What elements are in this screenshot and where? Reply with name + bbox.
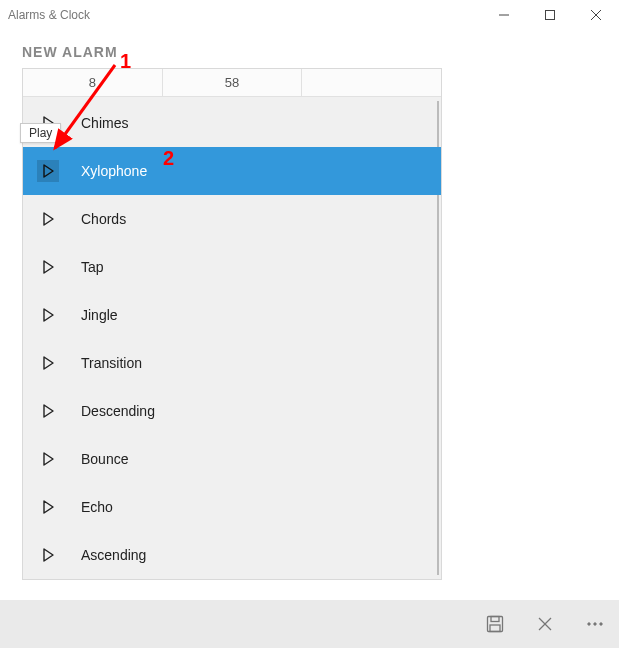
play-icon xyxy=(41,164,55,178)
minute-cell[interactable]: 58 xyxy=(163,69,303,96)
bottom-bar xyxy=(0,600,619,648)
close-icon xyxy=(591,10,601,20)
window-controls xyxy=(481,0,619,30)
sound-item[interactable]: Chimes xyxy=(23,99,441,147)
hour-value: 8 xyxy=(89,75,96,90)
maximize-button[interactable] xyxy=(527,0,573,30)
ampm-cell[interactable] xyxy=(302,69,441,96)
sound-list: ChimesXylophoneChordsTapJingleTransition… xyxy=(23,97,441,579)
sound-label: Ascending xyxy=(81,547,146,563)
more-button[interactable] xyxy=(581,610,609,638)
minute-value: 58 xyxy=(225,75,239,90)
sound-item[interactable]: Tap xyxy=(23,243,441,291)
play-button[interactable] xyxy=(37,400,59,422)
sound-item[interactable]: Transition xyxy=(23,339,441,387)
page-title: NEW ALARM xyxy=(22,44,619,60)
minimize-button[interactable] xyxy=(481,0,527,30)
play-icon xyxy=(41,308,55,322)
sound-item[interactable]: Ascending xyxy=(23,531,441,579)
play-button[interactable] xyxy=(37,496,59,518)
play-button[interactable] xyxy=(37,208,59,230)
maximize-icon xyxy=(545,10,555,20)
sound-label: Jingle xyxy=(81,307,118,323)
sound-label: Transition xyxy=(81,355,142,371)
time-picker-row: 8 58 xyxy=(23,69,441,97)
play-icon xyxy=(41,404,55,418)
svg-rect-1 xyxy=(546,11,555,20)
app-title: Alarms & Clock xyxy=(8,8,90,22)
minimize-icon xyxy=(499,10,509,20)
play-button[interactable] xyxy=(37,256,59,278)
alarm-panel: 8 58 ChimesXylophoneChordsTapJingleTrans… xyxy=(22,68,442,580)
titlebar: Alarms & Clock xyxy=(0,0,619,30)
sound-label: Descending xyxy=(81,403,155,419)
play-button[interactable] xyxy=(37,160,59,182)
play-tooltip: Play xyxy=(20,123,61,143)
close-window-button[interactable] xyxy=(573,0,619,30)
ellipsis-icon xyxy=(586,621,604,627)
sound-item[interactable]: Chords xyxy=(23,195,441,243)
play-icon xyxy=(41,548,55,562)
play-icon xyxy=(41,452,55,466)
svg-rect-7 xyxy=(490,625,500,632)
save-icon xyxy=(486,615,504,633)
sound-label: Bounce xyxy=(81,451,128,467)
play-icon xyxy=(41,356,55,370)
sound-label: Echo xyxy=(81,499,113,515)
page-header: NEW ALARM xyxy=(0,30,619,68)
play-icon xyxy=(41,260,55,274)
play-button[interactable] xyxy=(37,352,59,374)
sound-item[interactable]: Jingle xyxy=(23,291,441,339)
sound-label: Xylophone xyxy=(81,163,147,179)
svg-point-11 xyxy=(594,623,596,625)
play-button[interactable] xyxy=(37,448,59,470)
svg-rect-6 xyxy=(491,617,499,622)
sound-label: Chimes xyxy=(81,115,128,131)
svg-point-10 xyxy=(588,623,590,625)
app-window: Alarms & Clock NEW ALARM 8 58 ChimesXylo… xyxy=(0,0,619,648)
play-icon xyxy=(41,212,55,226)
hour-cell[interactable]: 8 xyxy=(23,69,163,96)
close-icon xyxy=(538,617,552,631)
save-button[interactable] xyxy=(481,610,509,638)
play-button[interactable] xyxy=(37,304,59,326)
play-button[interactable] xyxy=(37,544,59,566)
sound-label: Chords xyxy=(81,211,126,227)
play-icon xyxy=(41,500,55,514)
sound-item[interactable]: Descending xyxy=(23,387,441,435)
sound-item[interactable]: Bounce xyxy=(23,435,441,483)
svg-point-12 xyxy=(600,623,602,625)
sound-item[interactable]: Xylophone xyxy=(23,147,441,195)
cancel-button[interactable] xyxy=(531,610,559,638)
sound-item[interactable]: Echo xyxy=(23,483,441,531)
sound-label: Tap xyxy=(81,259,104,275)
